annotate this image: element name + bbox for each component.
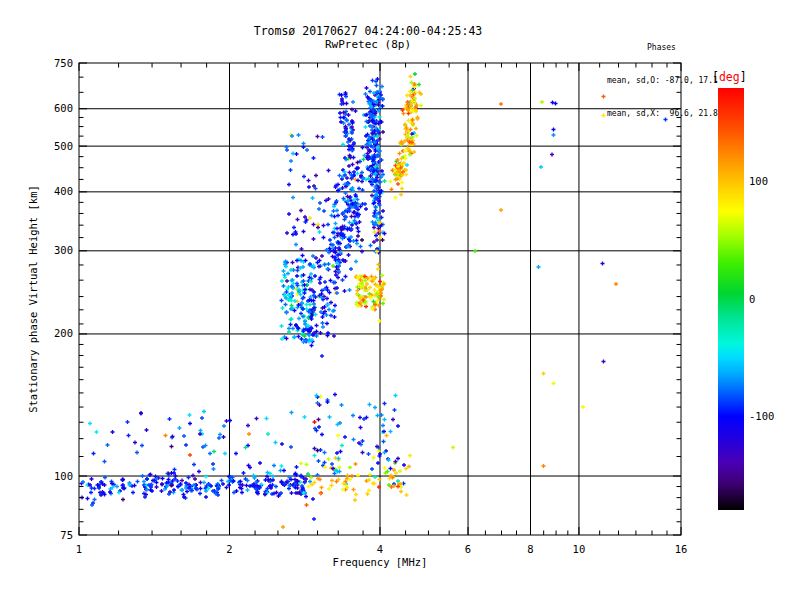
svg-text:4: 4 [377,543,383,555]
svg-text:16: 16 [675,543,688,555]
y-axis-label: Stationary phase Virtual Height [km] [27,185,39,413]
svg-text:300: 300 [54,244,73,256]
x-axis-label: Frequency [MHz] [333,556,428,568]
svg-text:2: 2 [226,543,232,555]
colorbar-tick-label: -100 [749,410,774,422]
svg-text:400: 400 [54,185,73,197]
colorbar-tick-label: 0 [749,293,755,305]
colorbar-tick-label: 100 [749,175,768,187]
svg-text:750: 750 [54,57,73,69]
svg-text:1: 1 [76,543,82,555]
colorbar: 1000-100[deg] [712,70,774,510]
svg-text:6: 6 [465,543,471,555]
svg-text:200: 200 [54,327,73,339]
ionogram-screenshot: Tromsø 20170627 04:24:00-04:25:43 RwPret… [0,0,800,600]
svg-text:10: 10 [573,543,586,555]
svg-text:500: 500 [54,140,73,152]
svg-text:75: 75 [60,529,73,541]
svg-text:600: 600 [54,102,73,114]
svg-text:8: 8 [527,543,533,555]
ionogram-plot: 12468101675100200300400500600750Frequenc… [0,0,800,600]
colorbar-unit-label: [deg] [712,70,747,84]
svg-text:100: 100 [54,470,73,482]
